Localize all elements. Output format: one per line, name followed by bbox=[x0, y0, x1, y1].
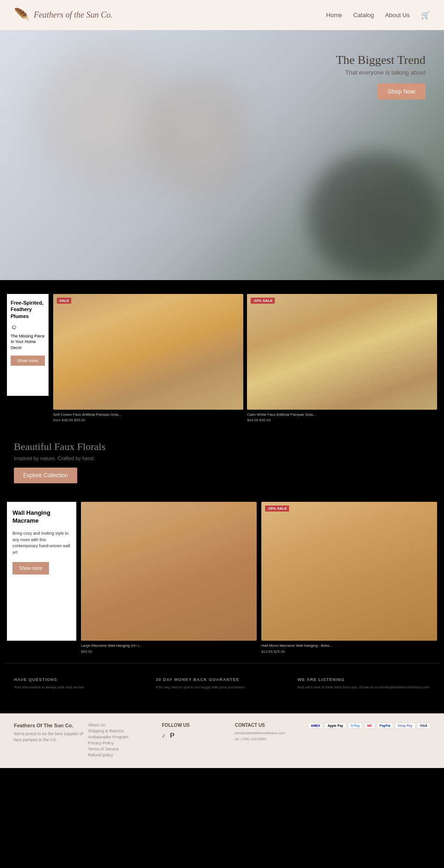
payment-google-pay: G Pay bbox=[348, 723, 363, 729]
header: 🪶 Feathers of the Sun Co. Home Catalog A… bbox=[0, 0, 444, 30]
footer-contact-tel: tel. (708) 232-6553 bbox=[235, 737, 303, 743]
footer-contact: CONTACT US friends@feathersofthesun.com … bbox=[235, 723, 303, 743]
hero-content: The Biggest Trend That everyone is talki… bbox=[336, 53, 426, 100]
explore-collection-button[interactable]: Explore Collection bbox=[14, 468, 77, 483]
featured-heading: Free-Spirited, Feathery Plumes bbox=[11, 300, 45, 319]
nav: Home Catalog About Us 🛒 bbox=[326, 11, 430, 19]
footer-brand-desc: We're proud to be the best supplier of f… bbox=[14, 731, 83, 743]
logo[interactable]: 🪶 Feathers of the Sun Co. bbox=[14, 7, 112, 23]
wall-sale-badge-1: -25% SALE bbox=[265, 506, 289, 512]
wall-info-card: Wall Hanging Macrame Bring cozy and invi… bbox=[7, 502, 76, 641]
payment-visa: VISA bbox=[417, 723, 430, 729]
wall-products-row: Large Macrame Wall Hanging 24+ i... $45.… bbox=[81, 502, 437, 653]
footer-contact-label: CONTACT US bbox=[235, 723, 303, 728]
wall-description: Bring cozy and inviting style to any roo… bbox=[12, 531, 71, 556]
footer-info-text-1: If for any reason you're not happy with … bbox=[156, 685, 289, 690]
sale-badge-0: SALE bbox=[57, 298, 71, 304]
feather-icon: 🪶 bbox=[14, 7, 30, 23]
product-img-gradient-1 bbox=[247, 294, 437, 410]
logo-text: Feathers of the Sun Co. bbox=[34, 11, 112, 20]
nav-home[interactable]: Home bbox=[326, 12, 342, 19]
footer-info-heading-2: We Are Listening bbox=[297, 677, 430, 682]
nav-catalog[interactable]: Catalog bbox=[353, 12, 374, 19]
featured-description: The Missing Piece In Your Home Decor bbox=[11, 333, 45, 351]
featured-row: Free-Spirited, Feathery Plumes ☺ The Mis… bbox=[5, 289, 439, 427]
footer-info-col-2: We Are Listening And we'd love to hear b… bbox=[297, 677, 430, 690]
wall-product-card-1[interactable]: -25% SALE Half-Moon Macrame Wall Hanging… bbox=[261, 502, 437, 653]
hero-subtitle: That everyone is talking about bbox=[336, 69, 426, 76]
wall-product-card-0[interactable]: Large Macrame Wall Hanging 24+ i... $45.… bbox=[81, 502, 257, 653]
featured-info-card: Free-Spirited, Feathery Plumes ☺ The Mis… bbox=[7, 294, 49, 396]
faux-florals-section: Beautiful Faux Florals Inspired by natur… bbox=[5, 427, 439, 493]
product-name-0: Soft Cream Faux Artificial Pampas Gras..… bbox=[53, 412, 243, 417]
faux-florals-heading: Beautiful Faux Florals bbox=[14, 441, 430, 453]
wall-show-more-button[interactable]: Show more bbox=[12, 562, 49, 575]
cart-icon[interactable]: 🛒 bbox=[421, 11, 430, 19]
footer-link-ambassador[interactable]: Ambassador Program bbox=[88, 735, 157, 739]
wall-product-price-0: $45.00 bbox=[81, 649, 257, 654]
featured-show-more-button[interactable]: Show more bbox=[11, 356, 45, 366]
payment-shopify-pay: Shop Pay bbox=[395, 723, 415, 729]
product-cards-row: SALE Soft Cream Faux Artificial Pampas G… bbox=[53, 294, 437, 422]
wall-heading: Wall Hanging Macrame bbox=[12, 509, 71, 525]
product-price-1: $64.00 $95.00 bbox=[247, 418, 437, 422]
payment-paypal: PayPal bbox=[377, 723, 393, 729]
product-img-gradient-0 bbox=[53, 294, 243, 410]
product-card-0[interactable]: SALE Soft Cream Faux Artificial Pampas G… bbox=[53, 294, 243, 422]
hero-section: The Biggest Trend That everyone is talki… bbox=[0, 30, 444, 280]
product-price-0: from $38.99 $55.00 bbox=[53, 418, 243, 422]
footer-link-about[interactable]: About Us bbox=[88, 723, 157, 727]
wall-product-price-1: $13.99 $25.00 bbox=[261, 649, 437, 654]
footer-info-heading-0: Have Questions bbox=[14, 677, 147, 682]
main-content: Free-Spirited, Feathery Plumes ☺ The Mis… bbox=[0, 280, 444, 713]
tiktok-icon[interactable]: ♪ bbox=[162, 731, 165, 739]
pinterest-icon[interactable]: 𝗣 bbox=[170, 731, 174, 739]
sale-badge-1: -33% SALE bbox=[251, 298, 275, 304]
payment-mastercard: MC bbox=[364, 723, 375, 729]
hero-shop-now-button[interactable]: Shop Now bbox=[377, 83, 426, 100]
footer-link-privacy[interactable]: Privacy Policy bbox=[88, 741, 157, 745]
product-name-1: Caen White Faux Artificial Pampas Gras..… bbox=[247, 412, 437, 417]
footer-follow-label: FOLLOW US bbox=[162, 723, 230, 728]
hero-blur-2 bbox=[139, 67, 259, 206]
wall-product-name-1: Half-Moon Macrame Wall Hanging - Boho... bbox=[261, 643, 437, 648]
product-image-1 bbox=[247, 294, 437, 410]
payment-amex: AMEX bbox=[308, 723, 323, 729]
product-card-1[interactable]: -33% SALE Caen White Faux Artificial Pam… bbox=[247, 294, 437, 422]
footer-brand-name: Feathers Of The Sun Co. bbox=[14, 723, 83, 728]
product-image-0 bbox=[53, 294, 243, 410]
hero-title: The Biggest Trend bbox=[336, 53, 426, 67]
smiley-icon: ☺ bbox=[11, 323, 45, 331]
footer-info-section: Have Questions Your information is alway… bbox=[5, 663, 439, 704]
footer-social: FOLLOW US ♪ 𝗣 bbox=[162, 723, 230, 739]
footer-link-shipping[interactable]: Shipping & Returns bbox=[88, 729, 157, 733]
footer-info-col-0: Have Questions Your information is alway… bbox=[14, 677, 147, 690]
wall-hanging-section: Wall Hanging Macrame Bring cozy and invi… bbox=[5, 493, 439, 662]
footer-brand: Feathers Of The Sun Co. We're proud to b… bbox=[14, 723, 83, 743]
footer-links: About Us Shipping & Returns Ambassador P… bbox=[88, 723, 157, 759]
footer-bottom: Feathers Of The Sun Co. We're proud to b… bbox=[0, 713, 444, 768]
nav-about[interactable]: About Us bbox=[385, 12, 410, 19]
hero-blur-3 bbox=[305, 150, 444, 280]
payment-apple-pay: Apple Pay bbox=[325, 723, 346, 729]
footer-payment: AMEX Apple Pay G Pay MC PayPal Shop Pay … bbox=[308, 723, 430, 729]
footer-info-text-2: And we'd love to hear back from you. Ema… bbox=[297, 685, 430, 690]
footer-info-col-1: 30 Day Money Back Guarantee If for any r… bbox=[156, 677, 289, 690]
footer-info-heading-1: 30 Day Money Back Guarantee bbox=[156, 677, 289, 682]
wall-product-image-0 bbox=[81, 502, 257, 641]
wall-product-image-1: -25% SALE bbox=[261, 502, 437, 641]
footer-link-refund[interactable]: Refund policy bbox=[88, 753, 157, 757]
footer-link-tos[interactable]: Terms of Service bbox=[88, 747, 157, 751]
footer-info-text-0: Your information is always safe and secu… bbox=[14, 685, 147, 690]
faux-florals-subtext: Inspired by nature. Crafted by hand. bbox=[14, 456, 430, 461]
social-icons: ♪ 𝗣 bbox=[162, 731, 230, 739]
footer-contact-email: friends@feathersofthesun.com bbox=[235, 731, 303, 737]
wall-product-name-0: Large Macrame Wall Hanging 24+ i... bbox=[81, 643, 257, 648]
